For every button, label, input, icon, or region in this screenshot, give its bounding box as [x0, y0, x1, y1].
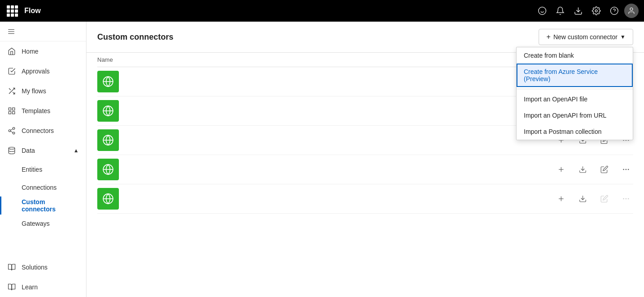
download-action-icon-4[interactable]	[576, 162, 590, 177]
sidebar-item-learn[interactable]: Learn	[0, 277, 86, 297]
sidebar-item-approvals-label: Approvals	[22, 68, 50, 75]
svg-point-20	[13, 132, 15, 134]
new-connector-button[interactable]: + New custom connector ▼	[539, 29, 633, 45]
sidebar-subitem-gateways-label: Gateways	[22, 220, 50, 227]
sidebar-subitem-custom-connectors-label: Custom connectors	[22, 198, 79, 213]
svg-point-23	[9, 147, 15, 150]
connectors-icon	[7, 127, 16, 135]
dropdown-item-create-azure[interactable]: Create from Azure Service (Preview)	[517, 64, 633, 87]
table-row	[97, 184, 633, 214]
sidebar-item-solutions[interactable]: Solutions	[0, 257, 86, 277]
svg-line-22	[10, 129, 13, 130]
svg-point-54	[626, 169, 626, 170]
waffle-menu-button[interactable]	[5, 4, 19, 18]
page-title: Custom connectors	[97, 32, 173, 42]
main-content: Custom connectors + New custom connector…	[86, 22, 644, 297]
svg-point-7	[630, 8, 633, 10]
sidebar-subitem-connections[interactable]: Connections	[0, 178, 86, 196]
help-icon[interactable]	[606, 3, 622, 19]
svg-point-55	[628, 169, 629, 170]
more-action-icon-5[interactable]	[619, 192, 633, 206]
connector-icon-1	[97, 71, 119, 92]
new-connector-dropdown: Create from blank Create from Azure Serv…	[516, 47, 633, 140]
new-connector-label: New custom connector	[553, 33, 617, 41]
sidebar-subitem-connections-label: Connections	[22, 184, 57, 191]
dropdown-item-import-openapi-url[interactable]: Import an OpenAPI from URL	[517, 107, 633, 123]
settings-icon[interactable]	[588, 3, 604, 19]
user-avatar[interactable]	[624, 4, 639, 18]
connector-icon-5	[97, 188, 119, 210]
add-action-icon-5[interactable]	[554, 192, 568, 206]
sidebar-subitem-custom-connectors[interactable]: Custom connectors	[0, 196, 86, 215]
svg-line-13	[9, 88, 11, 90]
svg-rect-17	[9, 112, 11, 114]
hamburger-icon	[7, 27, 15, 36]
svg-point-5	[611, 7, 618, 15]
add-action-icon-4[interactable]	[554, 162, 568, 177]
svg-point-63	[628, 198, 629, 199]
table-row	[97, 155, 633, 184]
flows-icon	[7, 87, 16, 95]
sidebar-item-learn-label: Learn	[22, 283, 38, 291]
dropdown-divider	[517, 89, 633, 89]
sidebar: Home Approvals My flows Templates Connec	[0, 22, 86, 297]
sidebar-subitem-entities-label: Entities	[22, 166, 42, 173]
download-action-icon-5[interactable]	[576, 192, 590, 206]
topbar-icon-group	[534, 3, 639, 19]
action-icons-5	[554, 192, 633, 206]
data-chevron-icon: ▲	[73, 147, 79, 154]
data-icon	[7, 146, 16, 155]
sidebar-item-my-flows[interactable]: My flows	[0, 81, 86, 101]
sidebar-item-connectors-label: Connectors	[22, 127, 54, 134]
more-action-icon-4[interactable]	[619, 162, 633, 177]
templates-icon	[7, 107, 16, 115]
emoji-icon[interactable]	[534, 3, 550, 19]
approvals-icon	[7, 67, 16, 75]
svg-rect-14	[9, 108, 11, 110]
svg-line-21	[10, 131, 13, 133]
sidebar-item-data[interactable]: Data ▲	[0, 141, 86, 160]
edit-action-icon-5[interactable]	[597, 192, 612, 206]
sidebar-toggle-button[interactable]	[0, 22, 86, 41]
sidebar-subitem-entities[interactable]: Entities	[0, 160, 86, 178]
dropdown-item-create-blank[interactable]: Create from blank	[517, 47, 633, 64]
layout: Home Approvals My flows Templates Connec	[0, 22, 644, 297]
svg-point-0	[539, 7, 546, 15]
dropdown-item-import-postman[interactable]: Import a Postman collection	[517, 123, 633, 140]
sidebar-subitem-gateways[interactable]: Gateways	[0, 215, 86, 233]
svg-rect-15	[13, 108, 15, 110]
sidebar-item-home-label: Home	[22, 48, 38, 55]
sidebar-item-my-flows-label: My flows	[22, 87, 46, 95]
connector-icon-2	[97, 100, 119, 122]
svg-point-62	[626, 198, 626, 199]
plus-icon: +	[546, 33, 550, 41]
sidebar-item-data-label: Data	[22, 147, 35, 154]
sidebar-item-approvals[interactable]: Approvals	[0, 61, 86, 81]
svg-rect-16	[13, 112, 15, 114]
svg-point-61	[623, 198, 624, 199]
svg-line-12	[13, 92, 15, 94]
sidebar-item-home[interactable]: Home	[0, 41, 86, 61]
svg-point-19	[9, 130, 11, 132]
data-submenu: Entities Connections Custom connectors G…	[0, 160, 86, 233]
learn-icon	[7, 283, 16, 291]
home-icon	[7, 47, 16, 55]
app-title: Flow	[24, 7, 529, 15]
dropdown-item-import-openapi-file[interactable]: Import an OpenAPI file	[517, 91, 633, 107]
action-icons-4	[554, 162, 633, 177]
chevron-down-icon: ▼	[620, 34, 626, 40]
sidebar-bottom: Solutions Learn	[0, 257, 86, 297]
svg-point-53	[623, 169, 624, 170]
notifications-icon[interactable]	[552, 3, 568, 19]
svg-point-18	[13, 128, 15, 130]
download-icon[interactable]	[570, 3, 586, 19]
sidebar-item-templates[interactable]: Templates	[0, 101, 86, 121]
sidebar-item-connectors[interactable]: Connectors	[0, 121, 86, 141]
connector-icon-3	[97, 129, 119, 151]
connector-icon-4	[97, 159, 119, 180]
svg-point-4	[595, 10, 598, 12]
edit-action-icon-4[interactable]	[597, 162, 612, 177]
topbar: Flow	[0, 0, 644, 22]
solutions-icon	[7, 263, 16, 271]
sidebar-item-templates-label: Templates	[22, 107, 50, 114]
